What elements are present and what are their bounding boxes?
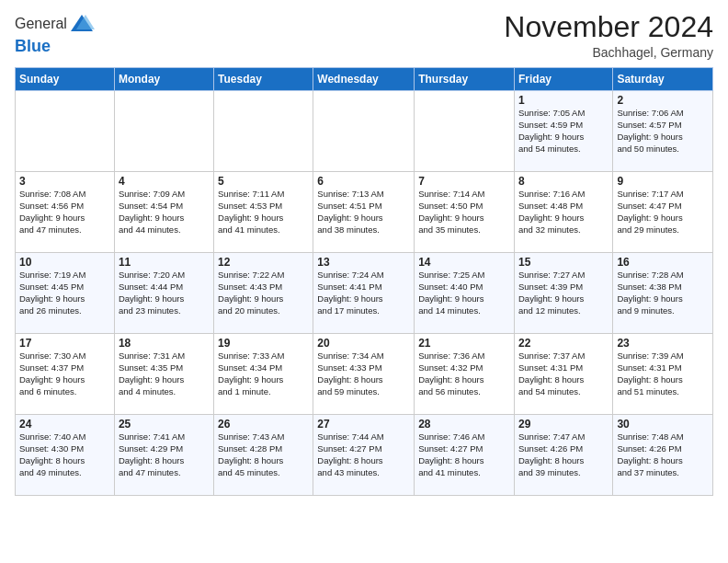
day-number: 30 [617, 418, 709, 431]
table-cell: 13Sunrise: 7:24 AM Sunset: 4:41 PM Dayli… [313, 253, 415, 334]
day-number: 28 [418, 418, 510, 431]
logo-general: General [15, 16, 67, 32]
header: General Blue November 2024 Bachhagel, Ge… [15, 11, 713, 60]
day-info: Sunrise: 7:34 AM Sunset: 4:33 PM Dayligh… [317, 350, 410, 397]
col-wednesday: Wednesday [313, 68, 415, 91]
table-cell: 19Sunrise: 7:33 AM Sunset: 4:34 PM Dayli… [214, 334, 313, 415]
day-info: Sunrise: 7:20 AM Sunset: 4:44 PM Dayligh… [119, 270, 210, 316]
table-cell: 15Sunrise: 7:27 AM Sunset: 4:39 PM Dayli… [514, 253, 612, 334]
table-cell: 9Sunrise: 7:17 AM Sunset: 4:47 PM Daylig… [613, 172, 713, 253]
table-cell: 25Sunrise: 7:41 AM Sunset: 4:29 PM Dayli… [114, 415, 213, 496]
day-number: 27 [317, 418, 410, 431]
day-info: Sunrise: 7:09 AM Sunset: 4:54 PM Dayligh… [119, 189, 210, 236]
day-number: 1 [518, 94, 609, 107]
col-friday: Friday [514, 68, 612, 91]
table-cell: 29Sunrise: 7:47 AM Sunset: 4:26 PM Dayli… [514, 415, 612, 496]
calendar-week-4: 17Sunrise: 7:30 AM Sunset: 4:37 PM Dayli… [16, 334, 713, 415]
table-cell: 30Sunrise: 7:48 AM Sunset: 4:26 PM Dayli… [613, 415, 713, 496]
day-number: 13 [317, 256, 410, 269]
day-info: Sunrise: 7:30 AM Sunset: 4:37 PM Dayligh… [19, 350, 110, 397]
day-number: 2 [617, 94, 709, 107]
table-cell: 28Sunrise: 7:46 AM Sunset: 4:27 PM Dayli… [415, 415, 515, 496]
table-cell: 27Sunrise: 7:44 AM Sunset: 4:27 PM Dayli… [313, 415, 415, 496]
calendar-week-5: 24Sunrise: 7:40 AM Sunset: 4:30 PM Dayli… [16, 415, 713, 496]
calendar-week-2: 3Sunrise: 7:08 AM Sunset: 4:56 PM Daylig… [16, 172, 713, 253]
day-info: Sunrise: 7:16 AM Sunset: 4:48 PM Dayligh… [518, 189, 609, 236]
day-info: Sunrise: 7:41 AM Sunset: 4:29 PM Dayligh… [119, 431, 210, 478]
col-thursday: Thursday [415, 68, 515, 91]
day-number: 20 [317, 337, 410, 350]
day-number: 16 [617, 256, 709, 269]
table-cell: 6Sunrise: 7:13 AM Sunset: 4:51 PM Daylig… [313, 172, 415, 253]
day-number: 19 [218, 337, 309, 350]
day-info: Sunrise: 7:19 AM Sunset: 4:45 PM Dayligh… [19, 270, 110, 316]
day-number: 4 [119, 175, 210, 188]
table-cell: 14Sunrise: 7:25 AM Sunset: 4:40 PM Dayli… [415, 253, 515, 334]
day-number: 23 [617, 337, 709, 350]
day-info: Sunrise: 7:33 AM Sunset: 4:34 PM Dayligh… [218, 350, 309, 397]
day-number: 12 [218, 256, 309, 269]
table-cell: 22Sunrise: 7:37 AM Sunset: 4:31 PM Dayli… [514, 334, 612, 415]
day-info: Sunrise: 7:48 AM Sunset: 4:26 PM Dayligh… [617, 431, 709, 478]
logo-icon [69, 11, 95, 37]
day-number: 15 [518, 256, 609, 269]
month-title: November 2024 [504, 11, 713, 43]
table-cell: 3Sunrise: 7:08 AM Sunset: 4:56 PM Daylig… [16, 172, 115, 253]
day-number: 8 [518, 175, 609, 188]
day-number: 22 [518, 337, 609, 350]
day-info: Sunrise: 7:13 AM Sunset: 4:51 PM Dayligh… [317, 189, 410, 236]
table-cell [415, 91, 515, 172]
day-number: 6 [317, 175, 410, 188]
day-info: Sunrise: 7:24 AM Sunset: 4:41 PM Dayligh… [317, 270, 410, 316]
day-number: 25 [119, 418, 210, 431]
table-cell: 16Sunrise: 7:28 AM Sunset: 4:38 PM Dayli… [613, 253, 713, 334]
day-number: 10 [19, 256, 110, 269]
day-info: Sunrise: 7:40 AM Sunset: 4:30 PM Dayligh… [19, 431, 110, 478]
logo: General Blue [15, 11, 95, 56]
day-number: 21 [418, 337, 510, 350]
day-info: Sunrise: 7:27 AM Sunset: 4:39 PM Dayligh… [518, 270, 609, 316]
table-cell: 7Sunrise: 7:14 AM Sunset: 4:50 PM Daylig… [415, 172, 515, 253]
table-cell: 20Sunrise: 7:34 AM Sunset: 4:33 PM Dayli… [313, 334, 415, 415]
day-info: Sunrise: 7:17 AM Sunset: 4:47 PM Dayligh… [617, 189, 709, 236]
table-cell [114, 91, 213, 172]
day-info: Sunrise: 7:06 AM Sunset: 4:57 PM Dayligh… [617, 108, 709, 155]
day-number: 18 [119, 337, 210, 350]
table-cell: 21Sunrise: 7:36 AM Sunset: 4:32 PM Dayli… [415, 334, 515, 415]
table-cell: 5Sunrise: 7:11 AM Sunset: 4:53 PM Daylig… [214, 172, 313, 253]
location: Bachhagel, Germany [504, 45, 713, 60]
day-info: Sunrise: 7:22 AM Sunset: 4:43 PM Dayligh… [218, 270, 309, 316]
day-number: 3 [19, 175, 110, 188]
day-number: 14 [418, 256, 510, 269]
table-cell: 24Sunrise: 7:40 AM Sunset: 4:30 PM Dayli… [16, 415, 115, 496]
day-info: Sunrise: 7:46 AM Sunset: 4:27 PM Dayligh… [418, 431, 510, 478]
calendar-table: Sunday Monday Tuesday Wednesday Thursday… [15, 67, 713, 496]
day-number: 26 [218, 418, 309, 431]
table-cell: 12Sunrise: 7:22 AM Sunset: 4:43 PM Dayli… [214, 253, 313, 334]
day-number: 7 [418, 175, 510, 188]
logo-text-block: General Blue [15, 11, 95, 56]
day-info: Sunrise: 7:28 AM Sunset: 4:38 PM Dayligh… [617, 270, 709, 316]
day-number: 5 [218, 175, 309, 188]
day-info: Sunrise: 7:36 AM Sunset: 4:32 PM Dayligh… [418, 350, 510, 397]
page-container: General Blue November 2024 Bachhagel, Ge… [0, 0, 728, 503]
table-cell: 11Sunrise: 7:20 AM Sunset: 4:44 PM Dayli… [114, 253, 213, 334]
col-monday: Monday [114, 68, 213, 91]
logo-blue: Blue [15, 37, 51, 55]
day-info: Sunrise: 7:14 AM Sunset: 4:50 PM Dayligh… [418, 189, 510, 236]
day-info: Sunrise: 7:44 AM Sunset: 4:27 PM Dayligh… [317, 431, 410, 478]
table-cell: 8Sunrise: 7:16 AM Sunset: 4:48 PM Daylig… [514, 172, 612, 253]
table-cell: 17Sunrise: 7:30 AM Sunset: 4:37 PM Dayli… [16, 334, 115, 415]
table-cell [214, 91, 313, 172]
day-number: 11 [119, 256, 210, 269]
day-info: Sunrise: 7:39 AM Sunset: 4:31 PM Dayligh… [617, 350, 709, 397]
day-number: 9 [617, 175, 709, 188]
table-cell [16, 91, 115, 172]
table-cell: 18Sunrise: 7:31 AM Sunset: 4:35 PM Dayli… [114, 334, 213, 415]
col-tuesday: Tuesday [214, 68, 313, 91]
table-cell: 2Sunrise: 7:06 AM Sunset: 4:57 PM Daylig… [613, 91, 713, 172]
day-info: Sunrise: 7:05 AM Sunset: 4:59 PM Dayligh… [518, 108, 609, 155]
table-cell: 4Sunrise: 7:09 AM Sunset: 4:54 PM Daylig… [114, 172, 213, 253]
day-number: 29 [518, 418, 609, 431]
table-cell: 26Sunrise: 7:43 AM Sunset: 4:28 PM Dayli… [214, 415, 313, 496]
